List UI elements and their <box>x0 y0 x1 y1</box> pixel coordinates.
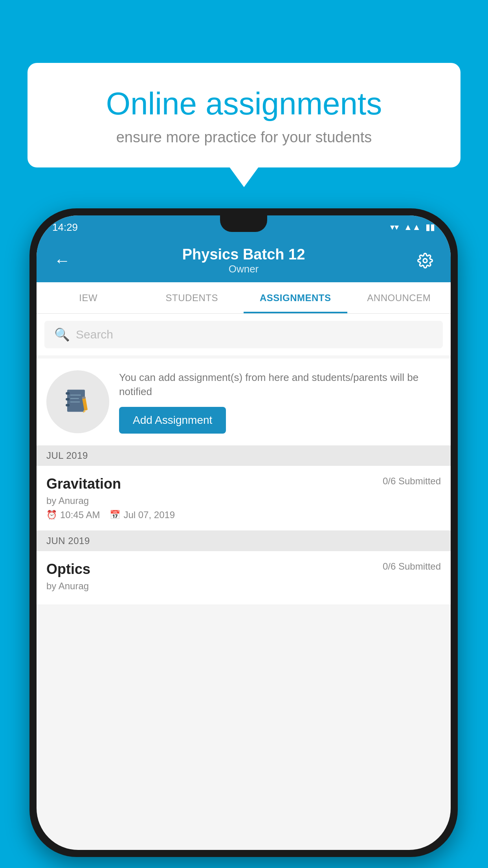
svg-rect-1 <box>67 390 85 412</box>
svg-rect-5 <box>70 395 81 396</box>
header-title: Physics Batch 12 <box>74 246 413 263</box>
assignment-optics[interactable]: Optics 0/6 Submitted by Anurag <box>37 551 451 605</box>
status-bar: 14:29 ▾▾ ▲▲ ▮▮ <box>37 215 451 239</box>
assignment-submitted-optics: 0/6 Submitted <box>383 561 441 572</box>
add-assignment-button[interactable]: Add Assignment <box>119 407 226 434</box>
notch <box>220 215 267 232</box>
wifi-icon: ▾▾ <box>390 222 399 232</box>
assignment-meta-gravitation: ⏰ 10:45 AM 📅 Jul 07, 2019 <box>46 509 441 520</box>
back-arrow-icon: ← <box>54 251 70 270</box>
svg-rect-6 <box>70 398 79 399</box>
status-icons: ▾▾ ▲▲ ▮▮ <box>390 222 435 232</box>
svg-rect-3 <box>66 398 70 400</box>
clock-icon: ⏰ <box>46 510 57 520</box>
search-bar[interactable]: 🔍 Search <box>44 321 443 348</box>
promo-icon-circle <box>46 370 109 433</box>
header-subtitle: Owner <box>74 263 413 275</box>
content-area: 🔍 Search <box>37 314 451 605</box>
meta-date: 📅 Jul 07, 2019 <box>110 509 175 520</box>
status-time: 14:29 <box>52 221 78 234</box>
svg-point-0 <box>423 259 427 263</box>
phone-frame: 14:29 ▾▾ ▲▲ ▮▮ ← Physics Batch 12 Owner <box>29 208 458 857</box>
promo-description: You can add assignment(s) from here and … <box>119 370 441 399</box>
app-header: ← Physics Batch 12 Owner <box>37 239 451 282</box>
assignment-title-optics: Optics <box>46 561 90 577</box>
assignment-date: Jul 07, 2019 <box>123 509 175 520</box>
assignment-header-row-optics: Optics 0/6 Submitted <box>46 561 441 577</box>
settings-button[interactable] <box>413 249 437 272</box>
svg-rect-2 <box>66 392 70 394</box>
back-button[interactable]: ← <box>50 249 74 272</box>
search-container: 🔍 Search <box>37 314 451 355</box>
speech-bubble-subtitle: ensure more practice for your students <box>55 129 433 146</box>
phone-inner: 14:29 ▾▾ ▲▲ ▮▮ ← Physics Batch 12 Owner <box>37 215 451 850</box>
assignment-submitted-gravitation: 0/6 Submitted <box>383 476 441 487</box>
tab-iew[interactable]: IEW <box>37 282 140 313</box>
speech-bubble: Online assignments ensure more practice … <box>28 63 460 167</box>
tab-assignments[interactable]: ASSIGNMENTS <box>244 282 347 313</box>
assignment-time: 10:45 AM <box>60 509 100 520</box>
meta-time: ⏰ 10:45 AM <box>46 509 100 520</box>
speech-bubble-container: Online assignments ensure more practice … <box>28 63 460 167</box>
calendar-icon: 📅 <box>110 510 120 520</box>
tab-announcements[interactable]: ANNOUNCEM <box>347 282 451 313</box>
gear-icon <box>417 253 433 268</box>
svg-rect-4 <box>66 404 70 406</box>
notebook-icon <box>63 387 93 417</box>
assignment-author-gravitation: by Anurag <box>46 495 441 506</box>
signal-icon: ▲▲ <box>404 222 421 232</box>
svg-rect-7 <box>70 401 80 403</box>
section-jul-2019: JUL 2019 <box>37 445 451 466</box>
assignment-header-row: Gravitation 0/6 Submitted <box>46 476 441 492</box>
assignment-author-optics: by Anurag <box>46 581 441 592</box>
tab-students[interactable]: STUDENTS <box>140 282 244 313</box>
search-placeholder: Search <box>76 328 113 341</box>
promo-section: You can add assignment(s) from here and … <box>37 359 451 445</box>
section-jun-2019: JUN 2019 <box>37 531 451 551</box>
header-center: Physics Batch 12 Owner <box>74 246 413 275</box>
battery-icon: ▮▮ <box>426 222 435 232</box>
speech-bubble-title: Online assignments <box>55 86 433 121</box>
tabs-bar: IEW STUDENTS ASSIGNMENTS ANNOUNCEM <box>37 282 451 314</box>
assignment-gravitation[interactable]: Gravitation 0/6 Submitted by Anurag ⏰ 10… <box>37 466 451 531</box>
promo-text-area: You can add assignment(s) from here and … <box>119 370 441 434</box>
assignment-title-gravitation: Gravitation <box>46 476 121 492</box>
search-icon: 🔍 <box>54 327 70 342</box>
